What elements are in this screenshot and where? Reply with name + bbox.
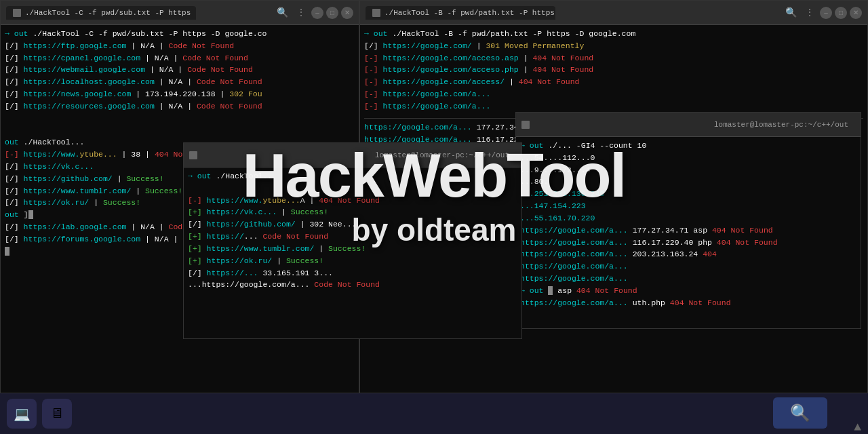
minimize-button-right[interactable]: – — [820, 7, 832, 19]
mid-line-1: [-] https://www.ytube...A | 404 Not Foun… — [188, 195, 517, 207]
br-line-3: ...80. — [520, 176, 856, 188]
taskbar-item-2[interactable]: 🖥 — [42, 399, 72, 429]
tab-title-right: ./HackTool -B -f pwd/path.txt -P https -… — [384, 9, 555, 17]
search-icon-right[interactable]: 🔍 — [783, 7, 800, 18]
close-button-right[interactable]: ✕ — [850, 7, 862, 19]
cmd-br: → out ./... -GI4 --count 10 — [520, 140, 856, 152]
blank-2 — [5, 125, 355, 137]
mid-line-5: [+] https://www.tumblr.com/ | Success! — [188, 243, 517, 255]
right-line-3: [-] https://google.com/acceso.php | 404 … — [364, 64, 863, 76]
mid-blank — [188, 182, 517, 195]
mid-line-4: [+] https://... Code Not Found — [188, 231, 517, 243]
tab-right[interactable]: ./HackTool -B -f pwd/path.txt -P https -… — [366, 6, 555, 20]
mid-line-2: [+] https://vk.c... | Success! — [188, 206, 517, 218]
br-line-1: ...54....112...0 — [520, 152, 856, 164]
terminal-body-br: → out ./... -GI4 --count 10 ...54....112… — [516, 137, 861, 328]
tab-left[interactable]: ./HackTool -C -f pwd/sub.txt -P https -D… — [6, 6, 196, 20]
close-button-left[interactable]: ✕ — [341, 7, 353, 19]
line-4: [/] https://localhost.google.com | N/A |… — [5, 76, 355, 88]
title-info-br: lomaster@lomaster-pc:~/c++/out — [714, 121, 855, 129]
taskbar-arrow: ▲ — [854, 420, 861, 434]
br-line-6: ...55.161.70.220 — [520, 212, 856, 224]
br-line-9: https://google.com/a... 203.213.163.24 4… — [520, 248, 856, 260]
cmd-mid: → out ./HackTool... — [188, 170, 517, 182]
right-line-4: [-] https://google.com/access/ | 404 Not… — [364, 76, 863, 88]
terminal-bottom-right[interactable]: lomaster@lomaster-pc:~/c++/out → out ./.… — [515, 112, 861, 329]
line-2: [/] https://cpanel.google.com | N/A | Co… — [5, 52, 355, 64]
taskbar-search[interactable]: 🔍 — [773, 397, 827, 429]
title-bar-br: lomaster@lomaster-pc:~/c++/out — [516, 113, 861, 137]
title-info-mid: lomaster@lomaster-pc:~/c++/out — [375, 151, 516, 159]
br-line-4: ...251.231.130.248 — [520, 188, 856, 200]
br-line-10: https://google.com/a... — [520, 260, 856, 273]
mid-line-7: [/] https://... 33.165.191 3... — [188, 267, 517, 279]
menu-icon-right[interactable]: ⋮ — [802, 7, 817, 18]
taskbar: 💻 🖥 🔍 ▲ — [0, 393, 868, 434]
maximize-button-left[interactable]: □ — [326, 7, 338, 19]
br-line-7: https://google.com/a... 177.27.34.71 asp… — [520, 224, 856, 237]
br-line-5: ...147.154.223 — [520, 200, 856, 212]
terminal-body-mid: → out ./HackTool... [-] https://www.ytub… — [184, 167, 521, 338]
taskbar-item-1[interactable]: 💻 — [7, 399, 37, 429]
line-1: [/] https://ftp.google.com | N/A | Code … — [5, 40, 355, 52]
br-line-11: https://google.com/a... — [520, 273, 856, 285]
line-6: [/] https://resources.google.com | N/A |… — [5, 100, 355, 113]
right-line-6: [-] https://google.com/a... — [364, 100, 863, 113]
br-line-8: https://google.com/a... 116.17.229.40 ph… — [520, 237, 856, 249]
blank-1 — [5, 113, 355, 125]
line-5: [/] https://news.google.com | 173.194.22… — [5, 88, 355, 100]
terminal-icon-mid — [189, 151, 197, 159]
title-bar-right: ./HackTool -B -f pwd/path.txt -P https -… — [360, 1, 867, 25]
mid-line-3: [/] https://github.com/ | 302 Nee... — [188, 218, 517, 231]
title-bar-mid: lomaster@lomaster-pc:~/c++/out — [184, 143, 521, 167]
search-icon[interactable]: 🔍 — [274, 7, 291, 18]
cmd-line-left: → out ./HackTool -C -f pwd/sub.txt -P ht… — [5, 28, 355, 40]
window-controls-right: 🔍 ⋮ – □ ✕ — [783, 7, 862, 19]
line-3: [/] https://webmail.google.com | N/A | C… — [5, 64, 355, 76]
menu-icon[interactable]: ⋮ — [294, 7, 309, 18]
br-line-12: https://google.com/a... uth.php 404 Not … — [520, 297, 856, 309]
prompt-br: → out asp 404 Not Found — [520, 285, 856, 297]
minimize-button-left[interactable]: – — [311, 7, 323, 19]
terminal-middle[interactable]: lomaster@lomaster-pc:~/c++/out → out ./H… — [183, 142, 522, 339]
terminal-icon-br — [521, 121, 530, 129]
title-bar-left: ./HackTool -C -f pwd/sub.txt -P https -D… — [1, 1, 359, 25]
cmd-line-right: → out ./HackTool -B -f pwd/path.txt -P h… — [364, 28, 863, 40]
mid-line-8: ...https://google.com/a... Code Not Foun… — [188, 279, 517, 291]
right-line-2: [-] https://google.com/acceso.asp | 404 … — [364, 52, 863, 64]
terminal-icon-left — [13, 9, 21, 17]
br-line-2: ...9....172...4 — [520, 164, 856, 176]
tab-title-left: ./HackTool -C -f pwd/sub.txt -P https -D… — [25, 9, 196, 17]
window-controls-left: 🔍 ⋮ – □ ✕ — [274, 7, 353, 19]
maximize-button-right[interactable]: □ — [835, 7, 847, 19]
mid-line-6: [+] https://ok.ru/ | Success! — [188, 255, 517, 267]
right-line-1: [/] https://google.com/ | 301 Moved Perm… — [364, 40, 863, 52]
right-line-5: [-] https://google.com/a... — [364, 88, 863, 100]
terminal-icon-right — [372, 9, 380, 17]
search-icon-taskbar: 🔍 — [790, 403, 810, 423]
